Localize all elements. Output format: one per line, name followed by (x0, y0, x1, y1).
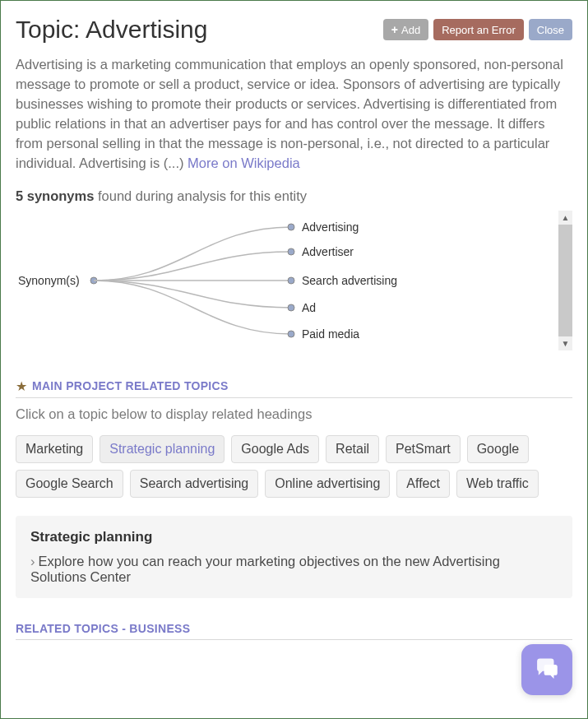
topic-chip[interactable]: Online advertising (265, 470, 390, 498)
add-label: Add (401, 24, 420, 36)
detail-item[interactable]: ›Explore how you can reach your marketin… (30, 554, 558, 585)
edge (94, 227, 291, 281)
scroll-thumb[interactable] (558, 225, 572, 336)
topic-chip[interactable]: PetSmart (386, 435, 461, 463)
topic-chip[interactable]: Marketing (16, 435, 93, 463)
report-error-button[interactable]: Report an Error (433, 19, 524, 40)
related-topics-header: RELATED TOPICS - BUSINESS (16, 621, 572, 640)
main-topics-title: MAIN PROJECT RELATED TOPICS (32, 379, 229, 392)
synonym-count: 5 synonyms (16, 188, 94, 203)
topic-chips: MarketingStrategic planningGoogle AdsRet… (16, 435, 572, 498)
synonym-summary: 5 synonyms found during analysis for thi… (16, 188, 572, 204)
synonym-leaf: Advertising (302, 220, 359, 234)
close-button[interactable]: Close (529, 19, 572, 40)
add-button[interactable]: + Add (383, 19, 428, 40)
topic-chip[interactable]: Google Ads (231, 435, 319, 463)
topic-chip[interactable]: Web traffic (456, 470, 539, 498)
header-actions: + Add Report an Error Close (383, 19, 572, 40)
synonym-leaf: Search advertising (302, 274, 397, 287)
topic-description: Advertising is a marketing communication… (16, 55, 572, 174)
topic-detail-panel: Strategic planning ›Explore how you can … (16, 516, 572, 598)
synonym-leaf: Advertiser (302, 245, 354, 258)
main-topics-header: ★ MAIN PROJECT RELATED TOPICS (16, 378, 572, 398)
topic-chip[interactable]: Google (467, 435, 530, 463)
synonym-leaf: Paid media (302, 327, 359, 341)
chevron-right-icon: › (30, 554, 35, 568)
synonym-leaf: Ad (302, 301, 316, 314)
leaf-node (288, 277, 294, 284)
description-text: Advertising is a marketing communication… (16, 57, 563, 170)
detail-text: Explore how you can reach your marketing… (30, 554, 500, 584)
main-topics-hint: Click on a topic below to display relate… (16, 406, 572, 422)
star-icon: ★ (16, 378, 27, 394)
related-topics-title: RELATED TOPICS - BUSINESS (16, 622, 190, 635)
edge (94, 281, 291, 334)
topic-chip[interactable]: Affect (396, 470, 450, 498)
topic-chip[interactable]: Google Search (16, 470, 123, 498)
topic-chip[interactable]: Strategic planning (100, 435, 225, 463)
edge (94, 281, 291, 308)
detail-title: Strategic planning (30, 529, 558, 545)
scroll-up-button[interactable]: ▲ (558, 211, 572, 225)
plus-icon: + (391, 23, 398, 36)
page-title: Topic: Advertising (16, 16, 207, 44)
leaf-node (288, 224, 294, 230)
synonym-graph: Synonym(s) Advertising Advertiser Search… (16, 211, 572, 350)
chat-icon (533, 656, 561, 684)
edge (94, 252, 291, 281)
leaf-node (288, 331, 294, 337)
leaf-node (288, 248, 294, 255)
topic-chip[interactable]: Retail (326, 435, 379, 463)
synonym-root-label: Synonym(s) (18, 274, 80, 287)
chat-widget-button[interactable] (521, 644, 572, 695)
leaf-node (288, 304, 294, 311)
wikipedia-link[interactable]: More on Wikipedia (188, 155, 300, 170)
scroll-down-button[interactable]: ▼ (558, 336, 572, 350)
topic-chip[interactable]: Search advertising (130, 470, 259, 498)
synonym-tail: found during analysis for this entity (94, 188, 307, 203)
